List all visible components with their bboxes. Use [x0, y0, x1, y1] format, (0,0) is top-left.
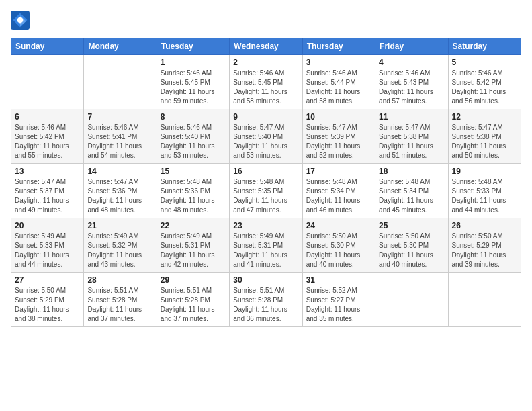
day-detail: Sunrise: 5:49 AM Sunset: 5:31 PM Dayligh… — [161, 232, 226, 269]
day-number: 31 — [306, 275, 371, 285]
calendar-week-row: 27Sunrise: 5:50 AM Sunset: 5:29 PM Dayli… — [11, 273, 521, 327]
day-number: 24 — [306, 221, 371, 230]
logo — [11, 11, 32, 30]
day-number: 22 — [161, 221, 226, 230]
day-number: 17 — [306, 167, 371, 176]
calendar-cell: 30Sunrise: 5:51 AM Sunset: 5:28 PM Dayli… — [230, 273, 302, 327]
day-detail: Sunrise: 5:47 AM Sunset: 5:38 PM Dayligh… — [379, 123, 444, 161]
day-detail: Sunrise: 5:46 AM Sunset: 5:41 PM Dayligh… — [87, 123, 152, 161]
calendar-cell: 7Sunrise: 5:46 AM Sunset: 5:41 PM Daylig… — [84, 109, 157, 164]
day-detail: Sunrise: 5:48 AM Sunset: 5:33 PM Dayligh… — [452, 177, 517, 215]
day-number: 27 — [15, 275, 80, 285]
day-number: 2 — [233, 58, 298, 67]
calendar-week-row: 20Sunrise: 5:49 AM Sunset: 5:33 PM Dayli… — [11, 218, 521, 273]
day-detail: Sunrise: 5:51 AM Sunset: 5:28 PM Dayligh… — [87, 286, 152, 324]
weekday-header-sunday: Sunday — [11, 38, 84, 55]
day-number: 23 — [233, 221, 298, 230]
weekday-header-row: SundayMondayTuesdayWednesdayThursdayFrid… — [11, 38, 521, 55]
day-detail: Sunrise: 5:50 AM Sunset: 5:30 PM Dayligh… — [306, 232, 371, 269]
weekday-header-thursday: Thursday — [302, 38, 375, 55]
day-detail: Sunrise: 5:48 AM Sunset: 5:34 PM Dayligh… — [306, 177, 371, 215]
calendar-cell: 26Sunrise: 5:50 AM Sunset: 5:29 PM Dayli… — [448, 218, 521, 273]
calendar-cell: 28Sunrise: 5:51 AM Sunset: 5:28 PM Dayli… — [84, 273, 157, 327]
svg-point-3 — [17, 17, 24, 24]
day-number: 9 — [233, 112, 298, 122]
day-number: 13 — [15, 167, 80, 176]
day-number: 26 — [452, 221, 517, 230]
day-detail: Sunrise: 5:49 AM Sunset: 5:31 PM Dayligh… — [233, 232, 298, 269]
calendar-cell: 17Sunrise: 5:48 AM Sunset: 5:34 PM Dayli… — [302, 164, 375, 218]
day-detail: Sunrise: 5:47 AM Sunset: 5:36 PM Dayligh… — [87, 177, 152, 215]
day-number: 15 — [161, 167, 226, 176]
calendar-cell: 15Sunrise: 5:48 AM Sunset: 5:36 PM Dayli… — [157, 164, 229, 218]
day-number: 30 — [233, 275, 298, 285]
weekday-header-friday: Friday — [375, 38, 448, 55]
calendar-cell — [375, 273, 448, 327]
calendar-cell: 4Sunrise: 5:46 AM Sunset: 5:43 PM Daylig… — [375, 55, 448, 109]
calendar-cell: 23Sunrise: 5:49 AM Sunset: 5:31 PM Dayli… — [230, 218, 302, 273]
day-detail: Sunrise: 5:46 AM Sunset: 5:44 PM Dayligh… — [306, 68, 371, 106]
day-number: 18 — [379, 167, 444, 176]
calendar-cell — [84, 55, 157, 109]
day-detail: Sunrise: 5:48 AM Sunset: 5:35 PM Dayligh… — [233, 177, 298, 215]
day-number: 4 — [379, 58, 444, 67]
calendar-cell — [448, 273, 521, 327]
calendar-cell: 31Sunrise: 5:52 AM Sunset: 5:27 PM Dayli… — [302, 273, 375, 327]
day-number: 21 — [87, 221, 152, 230]
day-detail: Sunrise: 5:47 AM Sunset: 5:38 PM Dayligh… — [452, 123, 517, 161]
calendar-week-row: 1Sunrise: 5:46 AM Sunset: 5:45 PM Daylig… — [11, 55, 521, 109]
day-number: 25 — [379, 221, 444, 230]
weekday-header-wednesday: Wednesday — [230, 38, 302, 55]
weekday-header-saturday: Saturday — [448, 38, 521, 55]
calendar-cell: 21Sunrise: 5:49 AM Sunset: 5:32 PM Dayli… — [84, 218, 157, 273]
day-detail: Sunrise: 5:48 AM Sunset: 5:34 PM Dayligh… — [379, 177, 444, 215]
day-number: 29 — [161, 275, 226, 285]
day-number: 1 — [161, 58, 226, 67]
page-header — [11, 11, 521, 30]
weekday-header-tuesday: Tuesday — [157, 38, 229, 55]
day-number: 8 — [161, 112, 226, 122]
calendar-cell: 8Sunrise: 5:46 AM Sunset: 5:40 PM Daylig… — [157, 109, 229, 164]
calendar-cell: 5Sunrise: 5:46 AM Sunset: 5:42 PM Daylig… — [448, 55, 521, 109]
calendar-cell: 1Sunrise: 5:46 AM Sunset: 5:45 PM Daylig… — [157, 55, 229, 109]
calendar-cell: 22Sunrise: 5:49 AM Sunset: 5:31 PM Dayli… — [157, 218, 229, 273]
calendar-table: SundayMondayTuesdayWednesdayThursdayFrid… — [11, 38, 521, 327]
day-number: 12 — [452, 112, 517, 122]
day-number: 20 — [15, 221, 80, 230]
day-detail: Sunrise: 5:50 AM Sunset: 5:30 PM Dayligh… — [379, 232, 444, 269]
day-detail: Sunrise: 5:47 AM Sunset: 5:39 PM Dayligh… — [306, 123, 371, 161]
calendar-cell: 19Sunrise: 5:48 AM Sunset: 5:33 PM Dayli… — [448, 164, 521, 218]
day-detail: Sunrise: 5:46 AM Sunset: 5:42 PM Dayligh… — [452, 68, 517, 106]
calendar-cell: 27Sunrise: 5:50 AM Sunset: 5:29 PM Dayli… — [11, 273, 84, 327]
day-detail: Sunrise: 5:46 AM Sunset: 5:43 PM Dayligh… — [379, 68, 444, 106]
day-number: 10 — [306, 112, 371, 122]
calendar-cell: 29Sunrise: 5:51 AM Sunset: 5:28 PM Dayli… — [157, 273, 229, 327]
weekday-header-monday: Monday — [84, 38, 157, 55]
day-detail: Sunrise: 5:46 AM Sunset: 5:40 PM Dayligh… — [161, 123, 226, 161]
day-detail: Sunrise: 5:48 AM Sunset: 5:36 PM Dayligh… — [161, 177, 226, 215]
day-number: 7 — [87, 112, 152, 122]
day-number: 5 — [452, 58, 517, 67]
calendar-cell: 14Sunrise: 5:47 AM Sunset: 5:36 PM Dayli… — [84, 164, 157, 218]
day-detail: Sunrise: 5:49 AM Sunset: 5:32 PM Dayligh… — [87, 232, 152, 269]
day-detail: Sunrise: 5:51 AM Sunset: 5:28 PM Dayligh… — [233, 286, 298, 324]
calendar-cell: 16Sunrise: 5:48 AM Sunset: 5:35 PM Dayli… — [230, 164, 302, 218]
day-detail: Sunrise: 5:50 AM Sunset: 5:29 PM Dayligh… — [452, 232, 517, 269]
day-number: 28 — [87, 275, 152, 285]
day-detail: Sunrise: 5:51 AM Sunset: 5:28 PM Dayligh… — [161, 286, 226, 324]
calendar-cell: 11Sunrise: 5:47 AM Sunset: 5:38 PM Dayli… — [375, 109, 448, 164]
day-detail: Sunrise: 5:47 AM Sunset: 5:40 PM Dayligh… — [233, 123, 298, 161]
calendar-cell — [11, 55, 84, 109]
day-detail: Sunrise: 5:46 AM Sunset: 5:45 PM Dayligh… — [161, 68, 226, 106]
calendar-cell: 6Sunrise: 5:46 AM Sunset: 5:42 PM Daylig… — [11, 109, 84, 164]
day-number: 3 — [306, 58, 371, 67]
day-detail: Sunrise: 5:50 AM Sunset: 5:29 PM Dayligh… — [15, 286, 80, 324]
calendar-cell: 24Sunrise: 5:50 AM Sunset: 5:30 PM Dayli… — [302, 218, 375, 273]
calendar-cell: 12Sunrise: 5:47 AM Sunset: 5:38 PM Dayli… — [448, 109, 521, 164]
day-number: 16 — [233, 167, 298, 176]
day-detail: Sunrise: 5:46 AM Sunset: 5:45 PM Dayligh… — [233, 68, 298, 106]
calendar-week-row: 6Sunrise: 5:46 AM Sunset: 5:42 PM Daylig… — [11, 109, 521, 164]
day-detail: Sunrise: 5:49 AM Sunset: 5:33 PM Dayligh… — [15, 232, 80, 269]
logo-icon — [11, 11, 30, 30]
day-number: 19 — [452, 167, 517, 176]
